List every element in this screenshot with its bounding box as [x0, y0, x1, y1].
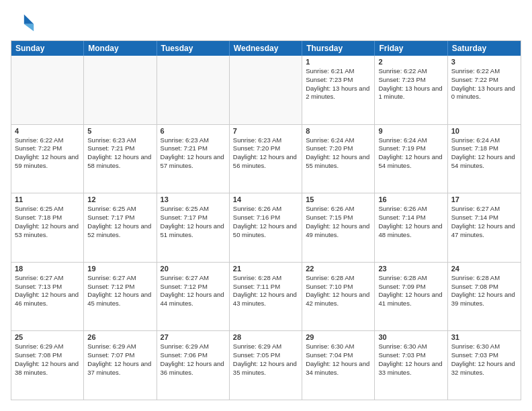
info-line: Daylight: 12 hours and 54 minutes. [451, 153, 515, 169]
day-cell-7: 7Sunrise: 6:23 AMSunset: 7:20 PMDaylight… [230, 125, 302, 193]
day-info: Sunrise: 6:23 AMSunset: 7:21 PMDaylight:… [161, 136, 226, 171]
day-info: Sunrise: 6:25 AMSunset: 7:17 PMDaylight:… [161, 205, 226, 239]
svg-marker-1 [24, 24, 34, 32]
info-line: Sunset: 7:21 PM [161, 144, 208, 152]
header-day-saturday: Saturday [448, 41, 521, 56]
day-cell-23: 23Sunrise: 6:28 AMSunset: 7:09 PMDayligh… [375, 263, 447, 331]
info-line: Sunset: 7:22 PM [451, 76, 498, 83]
info-line: Sunrise: 6:23 AM [161, 136, 209, 144]
info-line: Sunrise: 6:27 AM [161, 274, 209, 281]
info-line: Daylight: 12 hours and 34 minutes. [306, 360, 369, 376]
day-number: 16 [378, 195, 443, 203]
day-cell-10: 10Sunrise: 6:24 AMSunset: 7:18 PMDayligh… [448, 125, 521, 193]
calendar-week-3: 11Sunrise: 6:25 AMSunset: 7:18 PMDayligh… [11, 193, 521, 262]
info-line: Daylight: 12 hours and 33 minutes. [378, 360, 442, 376]
info-line: Sunset: 7:22 PM [15, 144, 62, 152]
info-line: Sunrise: 6:27 AM [87, 274, 136, 281]
day-number: 1 [306, 58, 371, 66]
info-line: Daylight: 12 hours and 54 minutes. [378, 153, 442, 169]
info-line: Daylight: 13 hours and 1 minute. [378, 85, 442, 101]
info-line: Sunrise: 6:26 AM [306, 205, 354, 212]
day-number: 20 [161, 265, 226, 273]
info-line: Sunrise: 6:24 AM [451, 136, 500, 144]
info-line: Sunrise: 6:22 AM [451, 67, 500, 75]
info-line: Sunset: 7:14 PM [451, 214, 498, 221]
info-line: Sunset: 7:18 PM [451, 144, 498, 152]
day-cell-20: 20Sunrise: 6:27 AMSunset: 7:12 PMDayligh… [157, 263, 230, 331]
header-day-friday: Friday [375, 41, 447, 56]
day-cell-29: 29Sunrise: 6:30 AMSunset: 7:04 PMDayligh… [302, 331, 375, 400]
day-cell-15: 15Sunrise: 6:26 AMSunset: 7:15 PMDayligh… [302, 193, 375, 262]
day-info: Sunrise: 6:21 AMSunset: 7:23 PMDaylight:… [306, 67, 371, 101]
info-line: Sunrise: 6:26 AM [233, 205, 281, 212]
day-number: 18 [15, 265, 80, 273]
day-cell-26: 26Sunrise: 6:29 AMSunset: 7:07 PMDayligh… [84, 331, 157, 400]
info-line: Sunset: 7:19 PM [378, 144, 425, 152]
day-number: 21 [233, 265, 298, 273]
info-line: Sunset: 7:03 PM [378, 351, 425, 359]
day-cell-8: 8Sunrise: 6:24 AMSunset: 7:20 PMDaylight… [302, 125, 375, 193]
day-cell-25: 25Sunrise: 6:29 AMSunset: 7:08 PMDayligh… [11, 331, 84, 400]
info-line: Sunrise: 6:25 AM [15, 205, 63, 212]
day-info: Sunrise: 6:27 AMSunset: 7:12 PMDaylight:… [87, 274, 152, 308]
info-line: Sunrise: 6:28 AM [233, 274, 281, 281]
day-number: 25 [15, 333, 80, 341]
day-number: 27 [161, 333, 226, 341]
day-cell-16: 16Sunrise: 6:26 AMSunset: 7:14 PMDayligh… [375, 193, 447, 262]
info-line: Sunrise: 6:25 AM [87, 205, 136, 212]
day-number: 26 [87, 333, 152, 341]
day-number: 5 [87, 127, 152, 135]
day-number: 31 [451, 333, 517, 341]
info-line: Sunset: 7:06 PM [161, 351, 208, 359]
empty-cell [84, 56, 157, 124]
info-line: Daylight: 12 hours and 44 minutes. [161, 291, 224, 307]
day-number: 29 [306, 333, 371, 341]
day-info: Sunrise: 6:28 AMSunset: 7:11 PMDaylight:… [233, 274, 298, 308]
info-line: Sunrise: 6:27 AM [451, 205, 500, 212]
day-cell-3: 3Sunrise: 6:22 AMSunset: 7:22 PMDaylight… [448, 56, 521, 124]
info-line: Sunrise: 6:24 AM [378, 136, 427, 144]
info-line: Sunset: 7:10 PM [306, 283, 353, 290]
info-line: Sunset: 7:15 PM [306, 214, 353, 221]
day-cell-9: 9Sunrise: 6:24 AMSunset: 7:19 PMDaylight… [375, 125, 447, 193]
info-line: Daylight: 12 hours and 58 minutes. [87, 153, 151, 169]
day-info: Sunrise: 6:28 AMSunset: 7:10 PMDaylight:… [306, 274, 371, 308]
day-info: Sunrise: 6:29 AMSunset: 7:08 PMDaylight:… [15, 342, 80, 377]
info-line: Sunset: 7:07 PM [87, 351, 134, 359]
day-number: 9 [378, 127, 443, 135]
day-info: Sunrise: 6:24 AMSunset: 7:18 PMDaylight:… [451, 136, 517, 171]
day-info: Sunrise: 6:29 AMSunset: 7:07 PMDaylight:… [87, 342, 152, 377]
svg-marker-0 [24, 14, 34, 24]
info-line: Sunrise: 6:22 AM [378, 67, 427, 75]
info-line: Sunset: 7:20 PM [306, 144, 353, 152]
day-info: Sunrise: 6:23 AMSunset: 7:20 PMDaylight:… [233, 136, 298, 171]
day-cell-11: 11Sunrise: 6:25 AMSunset: 7:18 PMDayligh… [11, 193, 84, 262]
info-line: Sunset: 7:08 PM [451, 283, 498, 290]
day-cell-31: 31Sunrise: 6:30 AMSunset: 7:03 PMDayligh… [448, 331, 521, 400]
day-info: Sunrise: 6:26 AMSunset: 7:16 PMDaylight:… [233, 205, 298, 239]
day-info: Sunrise: 6:22 AMSunset: 7:23 PMDaylight:… [378, 67, 443, 101]
calendar-week-2: 4Sunrise: 6:22 AMSunset: 7:22 PMDaylight… [11, 124, 521, 193]
day-cell-12: 12Sunrise: 6:25 AMSunset: 7:17 PMDayligh… [84, 193, 157, 262]
info-line: Sunrise: 6:30 AM [306, 342, 354, 350]
info-line: Sunset: 7:23 PM [306, 76, 353, 83]
info-line: Sunset: 7:17 PM [161, 214, 208, 221]
day-info: Sunrise: 6:29 AMSunset: 7:05 PMDaylight:… [233, 342, 298, 377]
info-line: Daylight: 12 hours and 53 minutes. [15, 222, 79, 238]
day-cell-4: 4Sunrise: 6:22 AMSunset: 7:22 PMDaylight… [11, 125, 84, 193]
info-line: Daylight: 12 hours and 35 minutes. [233, 360, 297, 376]
info-line: Sunrise: 6:30 AM [451, 342, 500, 350]
day-number: 7 [233, 127, 298, 135]
day-info: Sunrise: 6:26 AMSunset: 7:15 PMDaylight:… [306, 205, 371, 239]
info-line: Sunset: 7:20 PM [233, 144, 280, 152]
info-line: Sunset: 7:11 PM [233, 283, 280, 290]
info-line: Daylight: 12 hours and 41 minutes. [378, 291, 442, 307]
day-number: 12 [87, 195, 152, 203]
info-line: Daylight: 12 hours and 55 minutes. [306, 153, 369, 169]
info-line: Sunrise: 6:28 AM [378, 274, 427, 281]
info-line: Daylight: 12 hours and 46 minutes. [15, 291, 79, 307]
info-line: Sunrise: 6:29 AM [161, 342, 209, 350]
day-cell-17: 17Sunrise: 6:27 AMSunset: 7:14 PMDayligh… [448, 193, 521, 262]
header-day-wednesday: Wednesday [230, 41, 302, 56]
day-info: Sunrise: 6:30 AMSunset: 7:03 PMDaylight:… [451, 342, 517, 377]
